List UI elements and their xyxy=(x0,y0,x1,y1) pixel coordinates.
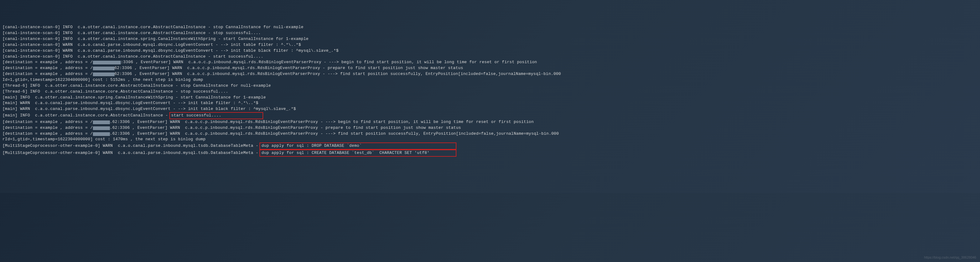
redacted-ip: . xyxy=(93,132,110,136)
log-line: [canal-instance-scan-0] WARN c.a.o.canal… xyxy=(3,48,977,54)
redacted-ip: . xyxy=(93,61,121,64)
log-line: Id=1,gtid=,timestamp=1622304000000] cost… xyxy=(3,77,977,83)
terminal-log-output: [canal-instance-scan-0] INFO c.a.otter.c… xyxy=(3,24,977,157)
log-text: [main] WARN c.a.o.canal.parse.inbound.my… xyxy=(3,101,258,105)
log-line: [canal-instance-scan-0] INFO c.a.otter.c… xyxy=(3,24,977,30)
log-text-segment: :3306 , EventParser] WARN c.a.o.c.p.inbo… xyxy=(121,60,537,64)
log-text-segment: 62:3306 , EventParser] WARN c.a.o.c.p.in… xyxy=(115,71,561,76)
log-line: [destination = example , address = /.:33… xyxy=(3,59,977,65)
log-line: [destination = example , address = /..62… xyxy=(3,119,977,125)
log-text: [canal-instance-scan-0] WARN c.a.o.canal… xyxy=(3,48,339,53)
log-line: [canal-instance-scan-0] INFO c.a.otter.c… xyxy=(3,54,977,60)
log-line: [main] INFO c.a.otter.canal.instance.cor… xyxy=(3,112,977,119)
log-line: [canal-instance-scan-0] INFO c.a.otter.c… xyxy=(3,30,977,36)
log-line: [destination = example , address = /..62… xyxy=(3,125,977,131)
log-line: [Thread-6] INFO c.a.otter.canal.instance… xyxy=(3,89,977,95)
log-text: rId=1,gtid=,timestamp=1622304000000] cos… xyxy=(3,137,205,141)
log-line: [main] WARN c.a.o.canal.parse.inbound.my… xyxy=(3,100,977,106)
highlighted-log-segment: dup apply for sql : CREATE DATABASE `tes… xyxy=(259,149,457,157)
redacted-ip: . xyxy=(93,126,110,130)
log-text-segment: [destination = example , address = / xyxy=(3,131,93,136)
log-text: [canal-instance-scan-0] WARN c.a.o.canal… xyxy=(3,43,301,47)
redacted-ip: . xyxy=(93,73,115,76)
log-line: [MultiStageCoprocessor-other-example-0] … xyxy=(3,149,977,157)
log-text-segment: [MultiStageCoprocessor-other-example-0] … xyxy=(3,143,261,148)
log-text: [Thread-6] INFO c.a.otter.canal.instance… xyxy=(3,83,274,88)
log-line: [destination = example , address = /.62:… xyxy=(3,65,977,71)
log-text: [canal-instance-scan-0] INFO c.a.otter.c… xyxy=(3,37,311,41)
log-text: [canal-instance-scan-0] INFO c.a.otter.c… xyxy=(3,25,306,29)
log-text-segment: 62:3306 , EventParser] WARN c.a.o.c.p.in… xyxy=(115,66,463,70)
log-text-segment: [MultiStageCoprocessor-other-example-0] … xyxy=(3,151,261,155)
log-line: [canal-instance-scan-0] WARN c.a.o.canal… xyxy=(3,42,977,48)
log-text: [Thread-6] INFO c.a.otter.canal.instance… xyxy=(3,89,228,94)
log-line: [main] INFO c.a.otter.canal.instance.spr… xyxy=(3,95,977,101)
log-text-segment: .62:3306 , EventParser] WARN c.a.o.c.p.i… xyxy=(110,125,461,130)
log-text: [canal-instance-scan-0] INFO c.a.otter.c… xyxy=(3,31,261,35)
log-text-segment: [destination = example , address = / xyxy=(3,125,93,130)
log-text: Id=1,gtid=,timestamp=1622304000000] cost… xyxy=(3,78,203,82)
redacted-ip: . xyxy=(93,121,110,124)
log-text: [main] WARN c.a.o.canal.parse.inbound.my… xyxy=(3,106,296,111)
highlighted-log-segment: dup apply for sql : DROP DATABASE `demo` xyxy=(259,143,457,149)
log-line: [canal-instance-scan-0] INFO c.a.otter.c… xyxy=(3,36,977,42)
log-line: [destination = example , address = /..62… xyxy=(3,131,977,137)
log-line: [Thread-6] INFO c.a.otter.canal.instance… xyxy=(3,83,977,89)
log-text-segment: .62:3306 , EventParser] WARN c.a.o.c.p.i… xyxy=(110,119,534,124)
log-text-segment: .62:3306 , EventParser] WARN c.a.o.c.p.i… xyxy=(110,131,559,136)
log-text-segment: [main] INFO c.a.otter.canal.instance.cor… xyxy=(3,113,170,118)
log-line: [MultiStageCoprocessor-other-example-0] … xyxy=(3,143,977,149)
log-text-segment: [destination = example , address = / xyxy=(3,60,93,64)
log-text: [main] INFO c.a.otter.canal.instance.spr… xyxy=(3,95,269,100)
log-text-segment: [destination = example , address = / xyxy=(3,71,93,76)
highlighted-log-segment: start successful.... xyxy=(169,112,264,119)
log-line: rId=1,gtid=,timestamp=1622304000000] cos… xyxy=(3,137,977,143)
log-line: [main] WARN c.a.o.canal.parse.inbound.my… xyxy=(3,106,977,112)
log-text-segment: [destination = example , address = / xyxy=(3,119,93,124)
log-text: [canal-instance-scan-0] INFO c.a.otter.c… xyxy=(3,54,264,59)
log-line: [destination = example , address = /.62:… xyxy=(3,71,977,77)
log-text-segment: [destination = example , address = / xyxy=(3,66,93,70)
redacted-ip: . xyxy=(93,67,115,70)
